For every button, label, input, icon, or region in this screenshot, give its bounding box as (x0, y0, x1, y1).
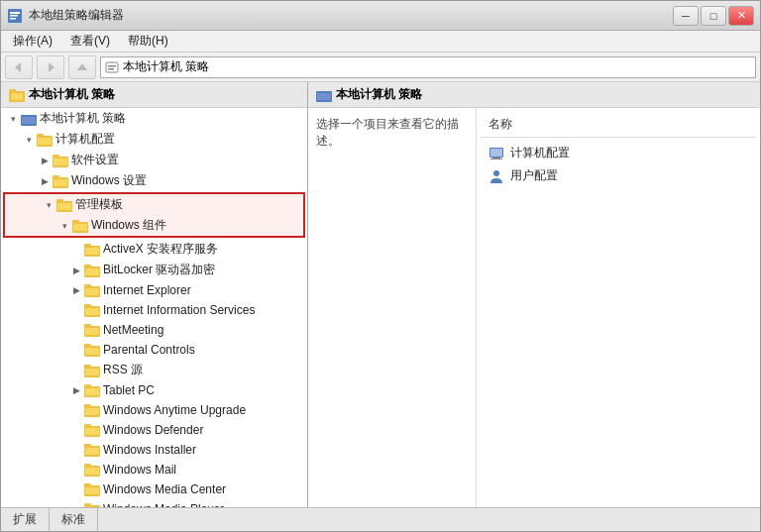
right-pane-wrapper: 本地计算机 策略 选择一个项目来查看它的描述。 名称 (308, 82, 760, 507)
right-item-user-icon (489, 169, 504, 183)
right-item-user[interactable]: 用户配置 (481, 164, 756, 187)
tree-container: ▾ 本地计算机 策略 ▾ 计算机配置 (1, 108, 307, 507)
back-button[interactable] (5, 55, 33, 79)
toolbar: 本地计算机 策略 (1, 53, 760, 82)
menu-bar: 操作(A) 查看(V) 帮助(H) (1, 31, 760, 53)
address-value: 本地计算机 策略 (123, 58, 209, 75)
menu-action[interactable]: 操作(A) (5, 31, 60, 52)
back-icon (12, 60, 26, 74)
tree-item-activex[interactable]: ▶ ActiveX 安装程序服务 (1, 239, 307, 260)
svg-rect-23 (54, 179, 67, 186)
main-content: 本地计算机 策略 ▾ 本地计算机 策略 ▾ (1, 82, 760, 507)
tree-item-netmeeting[interactable]: ▶ NetMeeting (1, 320, 307, 340)
svg-rect-43 (84, 324, 91, 327)
label-parental: Parental Controls (103, 343, 195, 357)
up-button[interactable] (68, 55, 96, 79)
svg-rect-3 (10, 18, 16, 20)
status-tab-standard[interactable]: 标准 (50, 508, 98, 531)
close-button[interactable]: ✕ (728, 6, 754, 26)
address-icon (105, 60, 119, 74)
tree-item-tablet[interactable]: ▶ Tablet PC (1, 380, 307, 400)
expand-icon-windows-settings: ▶ (37, 173, 53, 189)
label-ie: Internet Explorer (103, 283, 191, 297)
icon-media-center (84, 482, 100, 496)
label-admin: 管理模板 (75, 196, 123, 213)
svg-rect-8 (108, 65, 116, 67)
label-windows-components: Windows 组件 (91, 217, 166, 234)
svg-marker-5 (49, 62, 54, 72)
label-software: 软件设置 (71, 152, 119, 168)
tree-item-computer[interactable]: ▾ 计算机配置 (1, 129, 307, 150)
restore-button[interactable]: □ (701, 6, 726, 26)
svg-rect-1 (10, 12, 20, 14)
svg-rect-22 (53, 175, 59, 178)
icon-netmeeting (84, 323, 100, 337)
tree-item-iis[interactable]: ▶ Internet Information Services (1, 300, 307, 320)
right-item-user-label: 用户配置 (510, 167, 558, 184)
label-mail: Windows Mail (103, 463, 176, 477)
right-item-computer-label: 计算机配置 (510, 145, 570, 161)
forward-button[interactable] (37, 55, 64, 79)
tree-item-windows-components[interactable]: ▾ Windows 组件 (5, 215, 303, 236)
tree-item-ie[interactable]: ▶ Internet Explorer (1, 280, 307, 300)
label-activex: ActiveX 安装程序服务 (103, 241, 218, 258)
menu-help[interactable]: 帮助(H) (120, 31, 176, 52)
tree-item-admin[interactable]: ▾ 管理模板 (5, 194, 303, 215)
right-item-computer[interactable]: 计算机配置 (481, 142, 756, 164)
tree-item-bitlocker[interactable]: ▶ BitLocker 驱动器加密 (1, 260, 307, 280)
icon-admin (56, 198, 72, 212)
svg-marker-4 (15, 62, 21, 72)
title-bar: 本地组策略编辑器 ─ □ ✕ (1, 1, 760, 31)
svg-rect-37 (84, 284, 91, 287)
svg-rect-47 (85, 348, 99, 355)
svg-rect-64 (84, 464, 91, 467)
svg-rect-56 (85, 408, 99, 415)
left-pane-header: 本地计算机 策略 (1, 82, 307, 108)
icon-software (53, 154, 68, 167)
status-tab-extended[interactable]: 扩展 (1, 508, 50, 531)
label-computer: 计算机配置 (55, 131, 115, 148)
svg-rect-76 (317, 93, 331, 100)
right-pane: 本地计算机 策略 选择一个项目来查看它的描述。 名称 (308, 82, 760, 507)
right-pane-title: 本地计算机 策略 (336, 86, 422, 103)
description-text: 选择一个项目来查看它的描述。 (316, 117, 459, 148)
icon-parental (84, 343, 100, 357)
tree-item-anytime[interactable]: ▶ Windows Anytime Upgrade (1, 400, 307, 420)
icon-computer (37, 133, 53, 147)
tree-item-software[interactable]: ▶ 软件设置 (1, 150, 307, 170)
tree-item-defender[interactable]: ▶ Windows Defender (1, 420, 307, 440)
tree-item-media-player[interactable]: ▶ Windows Media Player (1, 499, 307, 507)
label-windows-settings: Windows 设置 (71, 172, 147, 189)
icon-tablet (84, 383, 100, 397)
label-rss: RSS 源 (103, 362, 143, 378)
svg-rect-16 (37, 134, 44, 137)
svg-rect-19 (53, 155, 59, 158)
highlight-box: ▾ 管理模板 ▾ (3, 192, 305, 238)
tree-item-parental[interactable]: ▶ Parental Controls (1, 340, 307, 360)
icon-root (21, 112, 37, 126)
tree-item-media-center[interactable]: ▶ Windows Media Center (1, 479, 307, 499)
tree-item-rss[interactable]: ▶ RSS 源 (1, 360, 307, 380)
svg-rect-58 (84, 424, 91, 427)
minimize-button[interactable]: ─ (673, 6, 699, 26)
label-netmeeting: NetMeeting (103, 323, 163, 337)
tree-item-mail[interactable]: ▶ Windows Mail (1, 460, 307, 479)
icon-windows-components (72, 219, 88, 233)
left-pane[interactable]: 本地计算机 策略 ▾ 本地计算机 策略 ▾ (1, 82, 308, 507)
tree-item-windows-settings[interactable]: ▶ Windows 设置 (1, 170, 307, 191)
right-pane-header: 本地计算机 策略 (308, 82, 760, 108)
label-media-center: Windows Media Center (103, 482, 226, 496)
label-tablet: Tablet PC (103, 383, 155, 397)
svg-rect-68 (85, 487, 99, 494)
menu-view[interactable]: 查看(V) (62, 31, 118, 52)
tree-item-root[interactable]: ▾ 本地计算机 策略 (1, 108, 307, 129)
icon-activex (84, 243, 100, 257)
right-pane-icon (316, 88, 332, 102)
svg-marker-6 (77, 63, 87, 70)
window-title: 本地组策略编辑器 (29, 7, 124, 24)
forward-icon (44, 60, 57, 74)
address-bar[interactable]: 本地计算机 策略 (100, 56, 756, 78)
expand-icon-windows-components: ▾ (56, 218, 72, 234)
tree-item-installer[interactable]: ▶ Windows Installer (1, 440, 307, 460)
svg-rect-34 (84, 265, 91, 267)
